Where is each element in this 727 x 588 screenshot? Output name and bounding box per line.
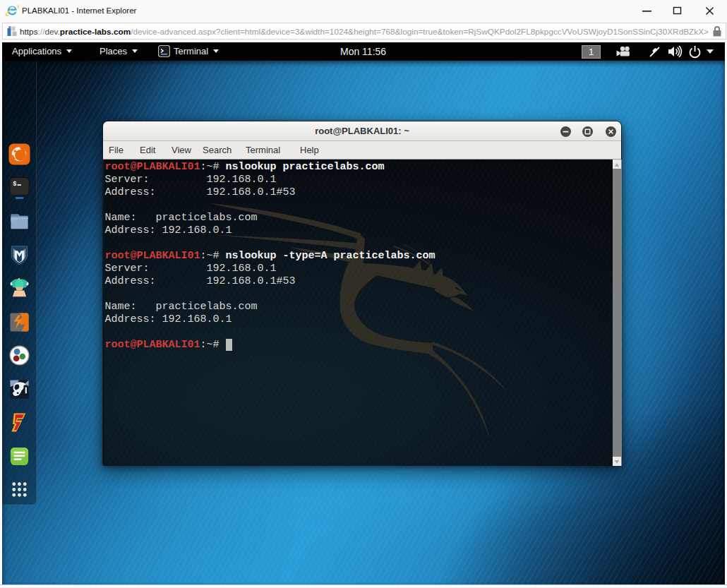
svg-text:$: $ <box>13 180 16 187</box>
